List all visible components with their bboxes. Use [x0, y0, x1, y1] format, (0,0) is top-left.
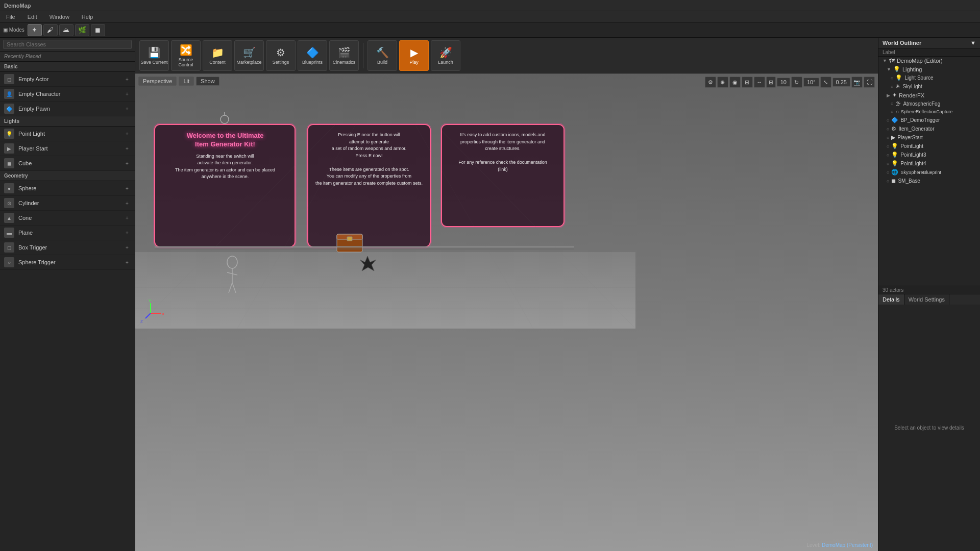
cube-item[interactable]: ◼ Cube + [0, 156, 135, 171]
outliner-item-bpdemotrigger[interactable]: ○🔷BP_DemoTrigger [878, 116, 980, 124]
empty-actor-item[interactable]: ◻ Empty Actor + [0, 72, 135, 87]
box-trigger-item[interactable]: ◻ Box Trigger + [0, 240, 135, 255]
perspective-button[interactable]: Perspective [138, 77, 177, 86]
plane-add[interactable]: + [124, 229, 131, 236]
menu-edit[interactable]: Edit [26, 13, 39, 21]
build-icon: 🔨 [376, 46, 389, 59]
class-search-bar [0, 38, 135, 52]
outliner-item-skysphere[interactable]: ○🌐SkySphereBlueprint [878, 168, 980, 177]
cinematics-button[interactable]: 🎬 Cinematics [329, 40, 359, 71]
settings-icon: ⚙ [276, 46, 285, 59]
outliner-item-pointlight3[interactable]: ○💡PointLight3 [878, 151, 980, 159]
cylinder-item[interactable]: ⊙ Cylinder + [0, 196, 135, 211]
vp-icon5[interactable]: ↔ [754, 77, 765, 88]
app-title: DemoMap [4, 3, 31, 9]
outliner-item-lightsource[interactable]: ○💡Light Source [878, 73, 980, 82]
snap-grid-value: 10 [777, 78, 790, 87]
sphere-item[interactable]: ● Sphere + [0, 181, 135, 196]
sphere-label: Sphere [18, 185, 124, 191]
category-lights[interactable]: Lights [0, 116, 135, 127]
plane-icon: ▬ [4, 228, 14, 238]
point-light-item[interactable]: 💡 Point Light + [0, 127, 135, 141]
empty-character-item[interactable]: 👤 Empty Character + [0, 87, 135, 102]
outliner-item-skylight[interactable]: ○☀SkyLight [878, 82, 980, 91]
right-panel-content: It's easy to add custom icons, models an… [445, 129, 560, 223]
mode-place-btn[interactable]: ✦ [28, 24, 42, 36]
empty-character-label: Empty Character [18, 91, 124, 97]
sphere-trigger-item[interactable]: ○ Sphere Trigger + [0, 255, 135, 270]
show-button[interactable]: Show [196, 77, 219, 86]
cylinder-label: Cylinder [18, 200, 124, 206]
mode-geometry-btn[interactable]: ◼ [91, 24, 105, 36]
point-light-label: Point Light [18, 131, 124, 137]
blueprints-button[interactable]: 🔷 Blueprints [298, 40, 327, 71]
outliner-collapse[interactable]: ▼ [970, 40, 976, 46]
cone-add[interactable]: + [124, 214, 131, 221]
settings-button[interactable]: ⚙ Settings [266, 40, 296, 71]
outliner-item-sphererefl[interactable]: ○○SphereReflectionCapture [878, 108, 980, 116]
vp-icon4[interactable]: ⊞ [742, 77, 753, 88]
cone-item[interactable]: ▲ Cone + [0, 211, 135, 226]
category-basic[interactable]: Basic [0, 62, 135, 72]
cylinder-add[interactable]: + [124, 199, 131, 207]
vp-camera-speed[interactable]: 📷 [851, 77, 863, 88]
box-trigger-add[interactable]: + [124, 244, 131, 251]
viewport[interactable]: X Y Z Welcome to the UltimateItem Genera… [135, 73, 878, 551]
player-start-add[interactable]: + [124, 145, 131, 152]
vp-icon1[interactable]: ⚙ [705, 77, 716, 88]
content-button[interactable]: 📁 Content [203, 40, 232, 71]
vp-icon2[interactable]: ⊕ [717, 77, 728, 88]
launch-button[interactable]: 🚀 Launch [431, 40, 460, 71]
outliner-item-atmosphericfog[interactable]: ○🌫AtmosphericFog [878, 99, 980, 108]
cinematics-icon: 🎬 [338, 46, 351, 59]
outliner-item-pointlight[interactable]: ○💡PointLight [878, 142, 980, 151]
mode-foliage-btn[interactable]: 🌿 [75, 24, 89, 36]
play-button[interactable]: ▶ Play [399, 40, 429, 71]
mode-paint-btn[interactable]: 🖌 [43, 24, 58, 36]
empty-actor-add[interactable]: + [124, 76, 131, 83]
tab-world-settings[interactable]: World Settings [904, 294, 949, 305]
plane-item[interactable]: ▬ Plane + [0, 226, 135, 240]
cube-add[interactable]: + [124, 160, 131, 167]
marketplace-icon: 🛒 [243, 46, 256, 59]
details-empty-text: Select an object to view details [894, 425, 964, 431]
player-start-icon: ▶ [4, 143, 14, 154]
category-geometry[interactable]: Geometry [0, 171, 135, 181]
viewport-controls: Perspective Lit Show [138, 77, 219, 86]
outliner-item-lighting[interactable]: ▼💡Lighting [878, 65, 980, 73]
tab-details[interactable]: Details [878, 294, 904, 305]
menu-file[interactable]: File [4, 13, 17, 21]
lit-button[interactable]: Lit [179, 77, 194, 86]
search-input[interactable] [3, 40, 132, 49]
empty-pawn-add[interactable]: + [124, 105, 131, 112]
player-start-item[interactable]: ▶ Player Start + [0, 141, 135, 156]
left-panel-text: Standing near the switch willactivate th… [175, 153, 275, 181]
vp-snap-rot[interactable]: ↻ [791, 77, 802, 88]
empty-character-add[interactable]: + [124, 90, 131, 97]
save-button[interactable]: 💾 Save Current [139, 40, 169, 71]
outliner-item-itemgenerator[interactable]: ○⚙Item_Generator [878, 124, 980, 133]
vp-snap-scale[interactable]: ⤡ [820, 77, 831, 88]
sphere-trigger-add[interactable]: + [124, 259, 131, 266]
source-control-button[interactable]: 🔀 Source Control [171, 40, 201, 71]
point-light-icon: 💡 [4, 129, 14, 139]
vp-maximize[interactable]: ⛶ [864, 77, 875, 88]
menu-help[interactable]: Help [80, 13, 95, 21]
sphere-icon: ● [4, 183, 14, 193]
outliner-item-smbase[interactable]: ○◼SM_Base [878, 177, 980, 185]
sphere-add[interactable]: + [124, 185, 131, 192]
menu-bar: File Edit Window Help [0, 11, 980, 22]
outliner-item-playerstart[interactable]: ○▶PlayerStart [878, 133, 980, 142]
marketplace-button[interactable]: 🛒 Marketplace [234, 40, 264, 71]
vp-icon3[interactable]: ◉ [729, 77, 741, 88]
empty-actor-label: Empty Actor [18, 76, 124, 82]
outliner-item-pointlight4[interactable]: ○💡PointLight4 [878, 159, 980, 168]
outliner-item-renderfx[interactable]: ▶✦RenderFX [878, 91, 980, 99]
vp-snap-grid[interactable]: ⊞ [766, 77, 776, 88]
mode-landscape-btn[interactable]: ⛰ [59, 24, 74, 36]
point-light-add[interactable]: + [124, 130, 131, 137]
build-button[interactable]: 🔨 Build [368, 40, 397, 71]
menu-window[interactable]: Window [47, 13, 71, 21]
empty-pawn-item[interactable]: 🔷 Empty Pawn + [0, 102, 135, 116]
outliner-item-demomap[interactable]: ▼🗺DemoMap (Editor) [878, 57, 980, 65]
